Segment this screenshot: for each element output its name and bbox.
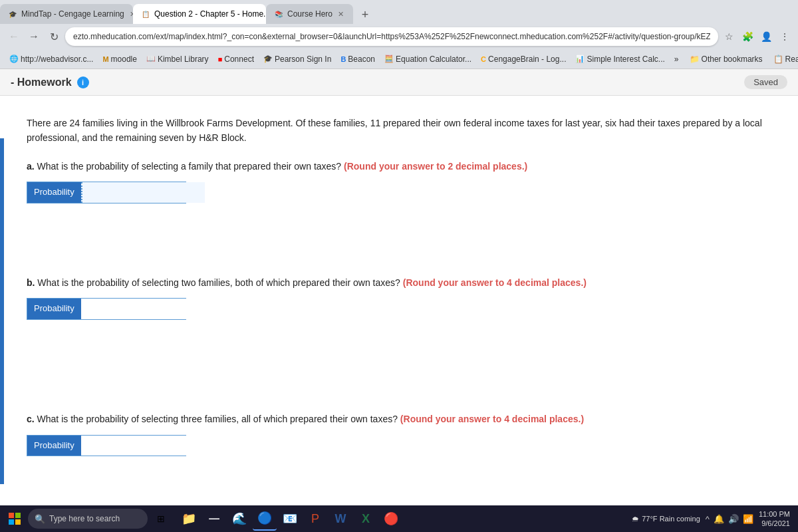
bookmark-webadvisor-label: http://webadvisor.c... xyxy=(21,55,93,64)
settings-icon[interactable]: ⋮ xyxy=(777,29,793,45)
clock-date: 9/6/2021 xyxy=(759,519,790,528)
systray-network[interactable]: 📶 xyxy=(743,514,753,524)
part-a-text: What is the probability of selecting a f… xyxy=(37,161,342,172)
address-bar-row: ← → ↻ ☆ 🧩 👤 ⋮ xyxy=(0,24,798,49)
bookmark-moodle-favicon: M xyxy=(102,55,108,63)
homework-title: - Homework xyxy=(11,76,72,88)
clock-time: 11:00 PM xyxy=(759,509,790,519)
new-tab-button[interactable]: + xyxy=(356,5,374,24)
part-b-label: b. xyxy=(27,277,35,288)
tab-mindtap[interactable]: 🎓 MindTap - Cengage Learning ✕ xyxy=(0,4,133,24)
bookmark-beacon-label: Beacon xyxy=(348,55,375,64)
tab-question[interactable]: 📋 Question 2 - Chapter 5 - Home... ✕ xyxy=(133,4,266,24)
left-accent-bar xyxy=(0,138,4,484)
part-b-input-group: Probability xyxy=(27,298,186,320)
bookmark-webadvisor-favicon: 🌐 xyxy=(9,55,19,63)
part-a-answer-input[interactable] xyxy=(81,182,205,203)
part-a-label: a. xyxy=(27,161,35,172)
start-button[interactable] xyxy=(3,507,27,531)
tab-coursehero-close[interactable]: ✕ xyxy=(336,9,345,20)
forward-button[interactable]: → xyxy=(25,28,43,45)
bookmark-pearson[interactable]: 🎓 Pearson Sign In xyxy=(259,53,335,65)
part-c-input-group: Probability xyxy=(27,435,186,457)
taskbar-app-powerpoint[interactable]: P xyxy=(303,507,327,531)
tab-mindtap-label: MindTap - Cengage Learning xyxy=(21,9,124,19)
part-b-note: (Round your answer to 4 decimal places.) xyxy=(403,277,587,288)
bookmarks-overflow-button[interactable]: » xyxy=(670,53,683,65)
profile-icon[interactable]: 👤 xyxy=(758,29,774,45)
reading-list-button[interactable]: 📋 Reading list xyxy=(769,53,798,65)
part-c-text: What is the probability of selecting thr… xyxy=(37,414,398,424)
taskbar-app-excel[interactable]: X xyxy=(354,507,378,531)
bookmark-simple-interest[interactable]: 📊 Simple Interest Calc... xyxy=(571,53,668,65)
homework-header: - Homework i Saved xyxy=(0,69,798,96)
taskbar-app-explorer[interactable]: 📁 xyxy=(177,507,201,531)
bookmark-star-icon[interactable]: ☆ xyxy=(721,29,737,45)
part-c-answer-input[interactable] xyxy=(81,436,203,456)
homework-info-icon[interactable]: i xyxy=(77,76,89,88)
bookmark-moodle-label: moodle xyxy=(111,55,137,64)
taskbar-search-text: Type here to search xyxy=(49,514,120,523)
tab-mindtap-close[interactable]: ✕ xyxy=(128,9,133,20)
taskbar-weather[interactable]: 🌧 77°F Rain coming xyxy=(632,515,700,523)
bookmark-connect[interactable]: ■ Connect xyxy=(214,53,258,65)
bookmark-equation[interactable]: 🧮 Equation Calculator... xyxy=(380,53,475,65)
part-c-note: (Round your answer to 4 decimal places.) xyxy=(400,414,584,424)
bookmark-connect-favicon: ■ xyxy=(218,55,223,63)
bookmark-simple-interest-favicon: 📊 xyxy=(575,55,585,63)
address-input[interactable] xyxy=(65,27,718,46)
task-view-button[interactable]: ⊞ xyxy=(149,507,173,531)
other-bookmarks-button[interactable]: 📁 Other bookmarks xyxy=(686,53,767,65)
tab-bar: 🎓 MindTap - Cengage Learning ✕ 📋 Questio… xyxy=(0,0,798,24)
systray-expand[interactable]: ^ xyxy=(706,514,710,524)
bookmark-pearson-favicon: 🎓 xyxy=(263,55,273,63)
bookmark-simple-interest-label: Simple Interest Calc... xyxy=(587,55,664,64)
bookmark-connect-label: Connect xyxy=(224,55,254,64)
tab-question-label: Question 2 - Chapter 5 - Home... xyxy=(154,9,266,19)
bookmarks-bar: 🌐 http://webadvisor.c... M moodle 📖 Kimb… xyxy=(0,49,798,69)
taskbar-app-mail[interactable]: 📧 xyxy=(278,507,302,531)
question-content-area: There are 24 families living in the Will… xyxy=(0,96,798,511)
tab-question-favicon: 📋 xyxy=(141,9,150,19)
windows-logo xyxy=(9,513,21,525)
taskbar-app-dash[interactable]: ─ xyxy=(202,507,226,531)
tab-mindtap-favicon: 🎓 xyxy=(8,9,17,19)
taskbar-app-edge[interactable]: 🌊 xyxy=(227,507,251,531)
taskbar-app-red[interactable]: 🔴 xyxy=(379,507,403,531)
tab-coursehero-label: Course Hero xyxy=(287,9,332,19)
part-c-question: c. What is the probability of selecting … xyxy=(27,412,771,426)
part-a-note: (Round your answer to 2 decimal places.) xyxy=(344,161,527,172)
bookmarks-right: » 📁 Other bookmarks 📋 Reading list xyxy=(670,53,798,65)
systray-volume[interactable]: 🔊 xyxy=(728,514,739,524)
part-b-input-label: Probability xyxy=(27,299,81,319)
bookmarks-overflow-label: » xyxy=(674,55,679,64)
taskbar-right: 🌧 77°F Rain coming ^ 🔔 🔊 📶 11:00 PM 9/6/… xyxy=(632,509,795,529)
bookmark-cengage[interactable]: C CengageBrain - Log... xyxy=(477,53,570,65)
question-area: There are 24 families living in the Will… xyxy=(0,96,798,488)
taskbar-app-chrome[interactable]: 🔵 xyxy=(253,507,277,531)
part-c-input-label: Probability xyxy=(27,436,81,456)
taskbar: 🔍 Type here to search ⊞ 📁 ─ 🌊 🔵 📧 P W X … xyxy=(0,505,798,532)
part-b-answer-input[interactable] xyxy=(81,299,203,319)
part-b-section: b. What is the probability of selecting … xyxy=(27,275,771,320)
reload-button[interactable]: ↻ xyxy=(45,28,63,45)
question-intro-text: There are 24 families living in the Will… xyxy=(27,118,762,143)
question-intro: There are 24 families living in the Will… xyxy=(27,116,771,146)
taskbar-clock[interactable]: 11:00 PM 9/6/2021 xyxy=(759,509,790,529)
taskbar-app-word[interactable]: W xyxy=(329,507,352,531)
reading-list-label: Reading list xyxy=(785,55,798,64)
bookmark-beacon[interactable]: B Beacon xyxy=(336,53,379,65)
bookmark-webadvisor[interactable]: 🌐 http://webadvisor.c... xyxy=(5,53,97,65)
part-a-spacer xyxy=(27,222,771,275)
part-b-spacer xyxy=(27,338,771,412)
bookmark-library[interactable]: 📖 Kimbel Library xyxy=(142,53,213,65)
extension-icon[interactable]: 🧩 xyxy=(739,29,755,45)
tab-coursehero[interactable]: 📚 Course Hero ✕ xyxy=(266,4,353,24)
taskbar-search[interactable]: 🔍 Type here to search xyxy=(28,509,148,529)
part-b-question: b. What is the probability of selecting … xyxy=(27,275,771,290)
systray-notification[interactable]: 🔔 xyxy=(714,514,724,524)
back-button[interactable]: ← xyxy=(5,28,23,45)
bookmark-moodle[interactable]: M moodle xyxy=(98,53,141,65)
bookmark-cengage-label: CengageBrain - Log... xyxy=(488,55,566,64)
saved-badge: Saved xyxy=(744,75,787,89)
